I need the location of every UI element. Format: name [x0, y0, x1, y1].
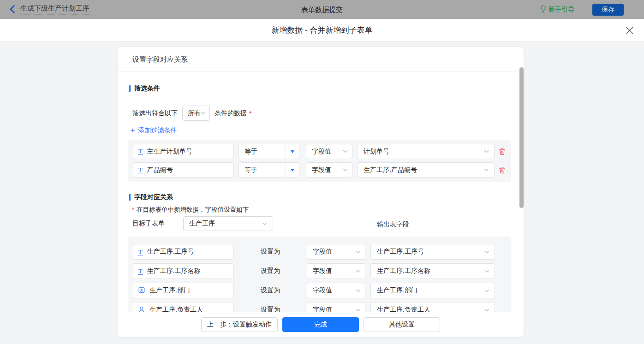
operator-value: 等于 — [239, 148, 286, 156]
filter-conditions-group: T 主生产计划单号 等于 字段值 计划单号 — [128, 140, 511, 182]
chevron-down-icon — [356, 289, 361, 292]
filter-field-select[interactable]: T 产品编号 — [133, 162, 234, 178]
chevron-down-icon — [484, 308, 489, 312]
finish-button[interactable]: 完成 — [282, 317, 359, 332]
target-subform-value: 生产工序 — [189, 219, 215, 228]
value-type-select[interactable]: 字段值 — [306, 144, 352, 159]
value-type-label: 字段值 — [313, 306, 332, 312]
set-to-label: 设置为 — [234, 267, 307, 275]
filter-field-select[interactable]: T 主生产计划单号 — [133, 144, 234, 159]
mapping-row: 生产工序.负责工人 设置为 字段值 生产工序.负责工人 — [133, 302, 507, 312]
operator-select[interactable]: 等于 — [239, 162, 299, 178]
modal-header: 新增数据 - 合并新增到子表单 — [0, 19, 644, 42]
lightbulb-icon — [540, 5, 546, 14]
mapping-field[interactable]: T 生产工序.工序号 — [133, 244, 234, 260]
value-type-label: 字段值 — [313, 248, 332, 256]
set-to-label: 设置为 — [234, 306, 307, 312]
chevron-down-icon — [484, 270, 489, 273]
filter-section-label: 筛选条件 — [134, 84, 160, 93]
mapping-row: 生产工序.部门 设置为 字段值 生产工序.部门 — [133, 283, 507, 298]
filter-intro-row: 筛选出符合以下 所有 条件的数据 * — [132, 106, 251, 121]
modal-body: 设置字段对应关系 筛选条件 筛选出符合以下 所有 条件的数据 * — [0, 42, 644, 344]
output-field-label: 生产工序.部门 — [377, 286, 417, 295]
filter-value-label: 生产工序.产品编号 — [364, 166, 417, 174]
filter-value-label: 计划单号 — [364, 148, 389, 156]
previous-step-button[interactable]: 上一步：设置触发动作 — [201, 317, 278, 332]
match-mode-select[interactable]: 所有 — [182, 106, 210, 121]
value-type-select[interactable]: 字段值 — [307, 283, 365, 298]
filter-field-label: 产品编号 — [147, 166, 173, 174]
target-subform-label: 目标子表单 — [132, 219, 165, 228]
output-field-select[interactable]: 生产工序.部门 — [370, 283, 495, 298]
mapping-section-label: 字段对应关系 — [134, 193, 173, 202]
chevron-down-icon — [484, 250, 489, 254]
chevron-down-icon — [262, 222, 267, 225]
user-field-icon — [138, 306, 145, 312]
top-app-bar: 生成下级生产计划工序 表单数据提交 新手引导 保存 — [0, 0, 644, 19]
page: 生成下级生产计划工序 表单数据提交 新手引导 保存 新增数据 - 合并新增到子表… — [0, 0, 644, 344]
mapping-field-label: 生产工序.工序名称 — [147, 267, 201, 275]
chevron-down-icon — [343, 168, 348, 172]
filter-row: T 主生产计划单号 等于 字段值 计划单号 — [133, 144, 507, 159]
output-field-select[interactable]: 生产工序.工序名称 — [370, 263, 495, 279]
operator-select[interactable]: 等于 — [239, 144, 299, 159]
value-type-select[interactable]: 字段值 — [306, 162, 352, 178]
modal-footer: 上一步：设置触发动作 完成 其他设置 — [118, 312, 524, 337]
chevron-down-icon — [484, 168, 489, 172]
delete-condition-icon[interactable] — [499, 148, 506, 155]
text-field-icon: T — [138, 166, 143, 173]
text-field-icon: T — [138, 148, 143, 155]
set-to-label: 设置为 — [234, 248, 307, 256]
mapping-field[interactable]: T 生产工序.工序名称 — [133, 263, 234, 279]
output-field-select[interactable]: 生产工序.负责工人 — [370, 302, 495, 312]
section-accent-bar — [129, 85, 131, 92]
filter-intro-prefix: 筛选出符合以下 — [132, 109, 178, 118]
card-title: 设置字段对应关系 — [118, 47, 524, 71]
caret-down-icon — [286, 144, 299, 159]
chevron-down-icon — [343, 150, 348, 153]
text-field-icon: T — [138, 268, 143, 275]
topbar-actions: 新手引导 保存 — [540, 0, 624, 19]
modal-title: 新增数据 - 合并新增到子表单 — [0, 25, 644, 36]
value-type-select[interactable]: 字段值 — [307, 244, 365, 260]
value-type-select[interactable]: 字段值 — [307, 263, 365, 279]
value-type-label: 字段值 — [313, 286, 332, 295]
filter-section-title: 筛选条件 — [129, 84, 160, 93]
card-content: 筛选条件 筛选出符合以下 所有 条件的数据 * + 添加过滤条件 — [118, 71, 524, 312]
required-mark: * — [132, 206, 134, 213]
output-field-select[interactable]: 生产工序.工序号 — [370, 244, 495, 260]
field-mapping-group: T 生产工序.工序号 设置为 字段值 生产工序.工序号 — [128, 237, 511, 312]
filter-value-select[interactable]: 计划单号 — [357, 144, 495, 159]
close-icon[interactable] — [626, 26, 634, 35]
save-button[interactable]: 保存 — [592, 4, 624, 16]
mapping-field[interactable]: 生产工序.部门 — [133, 283, 234, 298]
mapping-note: * 在目标表单中新增数据，字段值设置如下 — [132, 206, 249, 214]
add-filter-condition-link[interactable]: + 添加过滤条件 — [131, 126, 177, 135]
mapping-row: T 生产工序.工序名称 设置为 字段值 生产工序.工序名称 — [133, 263, 507, 279]
required-mark: * — [249, 110, 251, 117]
department-field-icon — [138, 286, 145, 295]
filter-value-select[interactable]: 生产工序.产品编号 — [357, 162, 495, 178]
other-settings-button[interactable]: 其他设置 — [364, 317, 440, 332]
operator-value: 等于 — [239, 166, 286, 174]
chevron-down-icon — [356, 250, 361, 254]
chevron-down-icon — [484, 150, 489, 153]
scrollbar[interactable] — [519, 67, 524, 208]
value-type-label: 字段值 — [313, 267, 332, 275]
match-mode-value: 所有 — [188, 109, 201, 118]
text-field-icon: T — [138, 249, 143, 255]
beginner-guide-link[interactable]: 新手引导 — [540, 5, 574, 14]
target-subform-select[interactable]: 生产工序 — [183, 216, 273, 231]
delete-condition-icon[interactable] — [499, 166, 506, 174]
plus-icon: + — [131, 127, 135, 134]
chevron-down-icon — [356, 308, 361, 312]
mapping-field-label: 生产工序.部门 — [149, 286, 190, 295]
mapping-field[interactable]: 生产工序.负责工人 — [133, 302, 234, 312]
section-accent-bar — [129, 194, 131, 201]
output-field-label: 生产工序.工序名称 — [377, 267, 430, 275]
settings-card: 设置字段对应关系 筛选条件 筛选出符合以下 所有 条件的数据 * — [118, 47, 524, 337]
value-type-select[interactable]: 字段值 — [307, 302, 365, 312]
chevron-down-icon — [356, 270, 361, 273]
guide-label: 新手引导 — [549, 6, 574, 14]
mapping-field-label: 生产工序.工序号 — [147, 248, 194, 256]
